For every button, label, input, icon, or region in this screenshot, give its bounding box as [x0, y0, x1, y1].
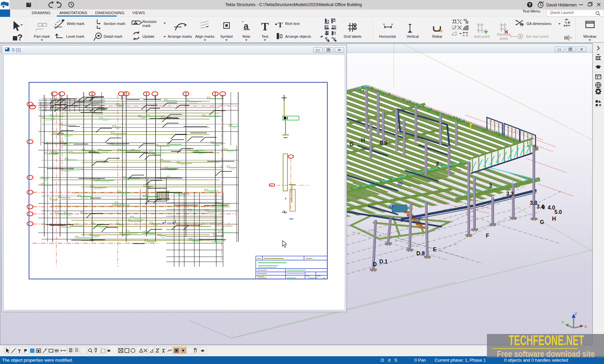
svg-text:David Hiddemen: David Hiddemen [546, 3, 577, 7]
svg-text:Align marks: Align marks [195, 34, 215, 38]
svg-text:G: G [540, 219, 544, 225]
svg-text:0: 0 [542, 204, 545, 210]
svg-text:Update: Update [142, 34, 154, 38]
svg-text:T: T [18, 348, 21, 354]
svg-text:2: 2 [436, 161, 439, 167]
svg-text:4.0: 4.0 [548, 205, 555, 211]
svg-text:point: point [500, 36, 508, 40]
svg-text:Arrange marks: Arrange marks [168, 34, 192, 38]
svg-text:3: 3 [489, 183, 492, 189]
svg-text:G [1]: G [1] [12, 48, 21, 52]
svg-text:Grid labels: Grid labels [344, 34, 362, 38]
svg-text:Z: Z [575, 312, 577, 316]
svg-text:GA dimensions: GA dimensions [526, 22, 551, 26]
svg-text:Level mark: Level mark [66, 34, 84, 38]
svg-text:Weld mark: Weld mark [67, 22, 85, 26]
svg-text:Note: Note [242, 34, 250, 38]
svg-text:H: H [552, 216, 556, 222]
svg-text:Part mark: Part mark [34, 34, 50, 38]
svg-text:5.0: 5.0 [554, 209, 562, 215]
svg-text:Vertical: Vertical [407, 34, 419, 38]
svg-text:T: T [261, 20, 269, 33]
svg-text:Add point: Add point [474, 34, 490, 38]
svg-text:Horizontal: Horizontal [379, 34, 396, 38]
svg-text:Rebar: Rebar [432, 34, 442, 38]
svg-text:Text: Text [262, 34, 268, 38]
svg-text:E: E [433, 247, 437, 252]
svg-text:Detail mark: Detail mark [104, 34, 122, 38]
svg-text:T: T [278, 21, 283, 29]
svg-text:H: H [361, 137, 365, 143]
svg-text:Section mark: Section mark [104, 22, 126, 26]
svg-text:Y: Y [561, 320, 564, 325]
svg-text:3.8: 3.8 [530, 200, 537, 206]
svg-text:0.9: 0.9 [380, 140, 387, 146]
svg-text:D.8: D.8 [416, 251, 425, 256]
svg-text:Arrange objects: Arrange objects [285, 34, 311, 38]
svg-text:?: ? [17, 32, 23, 43]
svg-text:Set start point: Set start point [526, 34, 549, 38]
svg-text:3.3: 3.3 [506, 191, 514, 197]
svg-text:Rich text: Rich text [285, 22, 300, 26]
svg-text:X: X [584, 325, 587, 329]
svg-text:F: F [486, 233, 489, 239]
svg-text:Symbol: Symbol [220, 34, 233, 38]
svg-text:Window: Window [583, 34, 596, 38]
svg-text:?: ? [528, 3, 531, 7]
svg-text:G: G [350, 141, 354, 147]
svg-text:Remove: Remove [497, 32, 511, 36]
svg-text:mark: mark [142, 24, 151, 28]
svg-text:Revision: Revision [142, 20, 157, 24]
svg-text:D.1: D.1 [379, 259, 388, 264]
svg-text:D: D [373, 261, 377, 267]
svg-text:s: s [285, 197, 286, 200]
